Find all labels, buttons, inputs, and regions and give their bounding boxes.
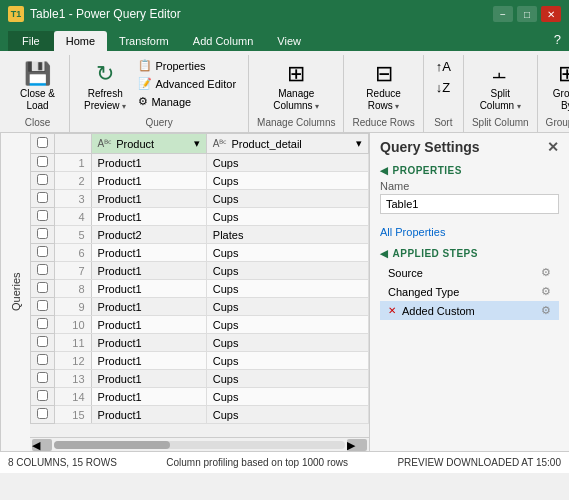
- row-checkbox-cell[interactable]: [31, 406, 55, 424]
- scroll-track[interactable]: [54, 441, 345, 449]
- applied-step-item[interactable]: Source ⚙: [380, 263, 559, 282]
- product-col-label: Product: [116, 138, 154, 150]
- row-checkbox-cell[interactable]: [31, 208, 55, 226]
- tab-view[interactable]: View: [265, 31, 313, 51]
- row-checkbox-cell[interactable]: [31, 280, 55, 298]
- product-cell: Product1: [91, 406, 206, 424]
- table-row: 12 Product1 Cups: [31, 352, 369, 370]
- minimize-button[interactable]: −: [493, 6, 513, 22]
- manage-columns-icon: ⊞: [282, 60, 310, 88]
- horizontal-scroll-area[interactable]: ◀ ▶: [30, 437, 369, 451]
- table-row: 5 Product2 Plates: [31, 226, 369, 244]
- query-group-label: Query: [145, 117, 172, 130]
- row-checkbox-cell[interactable]: [31, 370, 55, 388]
- scroll-left-button[interactable]: ◀: [32, 439, 52, 451]
- row-checkbox[interactable]: [37, 264, 48, 275]
- row-checkbox[interactable]: [37, 408, 48, 419]
- advanced-editor-button[interactable]: 📝 Advanced Editor: [134, 75, 240, 92]
- applied-step-item[interactable]: ✕ Added Custom ⚙: [380, 301, 559, 320]
- row-checkbox[interactable]: [37, 228, 48, 239]
- row-checkbox[interactable]: [37, 210, 48, 221]
- row-checkbox-cell[interactable]: [31, 154, 55, 172]
- row-checkbox[interactable]: [37, 336, 48, 347]
- close-load-button[interactable]: 💾 Close &Load: [14, 57, 61, 115]
- step-gear-icon[interactable]: ⚙: [541, 285, 551, 298]
- properties-icon: 📋: [138, 59, 152, 72]
- row-checkbox[interactable]: [37, 282, 48, 293]
- applied-step-item[interactable]: Changed Type ⚙: [380, 282, 559, 301]
- row-checkbox-cell[interactable]: [31, 190, 55, 208]
- queries-sidebar[interactable]: Queries: [0, 133, 30, 451]
- row-num-cell: 12: [55, 352, 92, 370]
- row-checkbox[interactable]: [37, 192, 48, 203]
- scroll-thumb[interactable]: [54, 441, 170, 449]
- close-load-icon: 💾: [24, 60, 52, 88]
- scroll-right-button[interactable]: ▶: [347, 439, 367, 451]
- close-button[interactable]: ✕: [541, 6, 561, 22]
- row-checkbox-cell[interactable]: [31, 334, 55, 352]
- col-header-product-detail[interactable]: Aᴮᶜ Product_detail ▾: [206, 134, 368, 154]
- row-checkbox[interactable]: [37, 300, 48, 311]
- window-controls[interactable]: − □ ✕: [493, 6, 561, 22]
- tab-add-column[interactable]: Add Column: [181, 31, 266, 51]
- row-checkbox[interactable]: [37, 246, 48, 257]
- row-checkbox[interactable]: [37, 174, 48, 185]
- row-checkbox-cell[interactable]: [31, 262, 55, 280]
- manage-icon: ⚙: [138, 95, 148, 108]
- product-filter-icon[interactable]: ▾: [194, 137, 200, 150]
- qs-title: Query Settings: [380, 139, 480, 155]
- product-detail-cell: Cups: [206, 298, 368, 316]
- manage-button[interactable]: ⚙ Manage: [134, 93, 195, 110]
- row-num-cell: 6: [55, 244, 92, 262]
- qs-all-properties-link[interactable]: All Properties: [380, 226, 445, 238]
- tab-home[interactable]: Home: [54, 31, 107, 51]
- step-gear-icon[interactable]: ⚙: [541, 266, 551, 279]
- tab-transform[interactable]: Transform: [107, 31, 181, 51]
- properties-button[interactable]: 📋 Properties: [134, 57, 209, 74]
- product-cell: Product1: [91, 154, 206, 172]
- manage-columns-button[interactable]: ⊞ ManageColumns ▾: [267, 57, 325, 115]
- product-cell: Product1: [91, 208, 206, 226]
- table-row: 6 Product1 Cups: [31, 244, 369, 262]
- tab-file[interactable]: File: [8, 31, 54, 51]
- sort-desc-button[interactable]: ↓Z: [432, 78, 454, 97]
- qs-properties-section: ◀ PROPERTIES Name All Properties: [370, 161, 569, 244]
- row-checkbox-cell[interactable]: [31, 172, 55, 190]
- window-title: Table1 - Power Query Editor: [30, 7, 181, 21]
- table-row: 2 Product1 Cups: [31, 172, 369, 190]
- row-checkbox-cell[interactable]: [31, 352, 55, 370]
- col-header-product[interactable]: Aᴮᶜ Product ▾: [91, 134, 206, 154]
- refresh-preview-button[interactable]: ↻ RefreshPreview ▾: [78, 57, 132, 115]
- profiling-note: Column profiling based on top 1000 rows: [166, 457, 348, 468]
- split-column-button[interactable]: ⫠ SplitColumn ▾: [474, 57, 527, 115]
- row-checkbox-cell[interactable]: [31, 244, 55, 262]
- query-small-buttons: 📋 Properties 📝 Advanced Editor ⚙ Manage: [134, 57, 240, 110]
- step-gear-icon[interactable]: ⚙: [541, 304, 551, 317]
- ribbon-help-button[interactable]: ?: [546, 28, 569, 51]
- row-checkbox[interactable]: [37, 354, 48, 365]
- qs-close-button[interactable]: ✕: [547, 139, 559, 155]
- product-detail-filter-icon[interactable]: ▾: [356, 137, 362, 150]
- row-checkbox-cell[interactable]: [31, 226, 55, 244]
- row-checkbox[interactable]: [37, 390, 48, 401]
- row-checkbox[interactable]: [37, 318, 48, 329]
- group-by-button[interactable]: ⊞ GroupBy: [547, 57, 569, 115]
- row-checkbox[interactable]: [37, 156, 48, 167]
- col-selector-header[interactable]: [31, 134, 55, 154]
- reduce-rows-button[interactable]: ⊟ ReduceRows ▾: [360, 57, 406, 115]
- row-checkbox[interactable]: [37, 372, 48, 383]
- row-checkbox-cell[interactable]: [31, 298, 55, 316]
- grid-container[interactable]: Aᴮᶜ Product ▾ Aᴮᶜ Product_detail ▾: [30, 133, 369, 437]
- row-checkbox-cell[interactable]: [31, 388, 55, 406]
- select-all-checkbox[interactable]: [37, 137, 48, 148]
- row-checkbox-cell[interactable]: [31, 316, 55, 334]
- table-row: 1 Product1 Cups: [31, 154, 369, 172]
- row-num-cell: 14: [55, 388, 92, 406]
- sort-asc-button[interactable]: ↑A: [432, 57, 455, 76]
- step-label-group: Changed Type: [388, 286, 459, 298]
- step-delete-button[interactable]: ✕: [388, 305, 396, 316]
- product-detail-cell: Cups: [206, 208, 368, 226]
- maximize-button[interactable]: □: [517, 6, 537, 22]
- qs-name-input[interactable]: [380, 194, 559, 214]
- product-cell: Product1: [91, 370, 206, 388]
